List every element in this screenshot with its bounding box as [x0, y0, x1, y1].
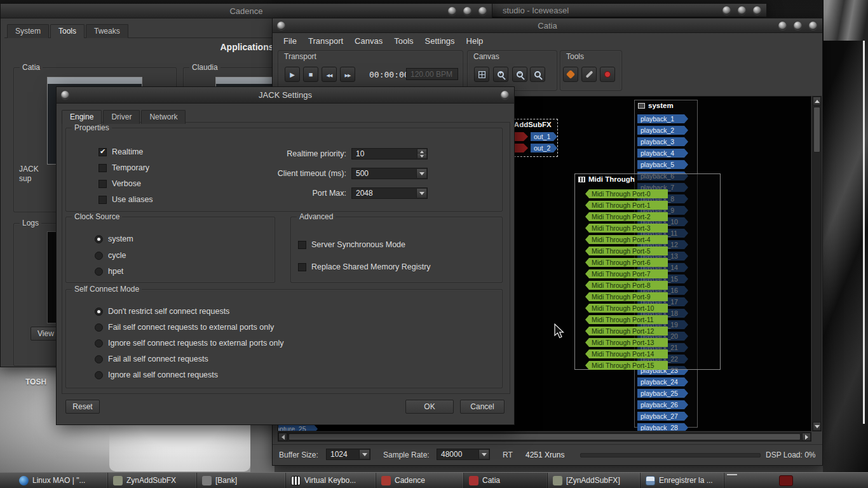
port-out[interactable]: out_1: [531, 132, 557, 141]
ok-button[interactable]: OK: [405, 400, 454, 414]
zoom-in-button[interactable]: [493, 67, 508, 82]
jack-settings-titlebar[interactable]: JACK Settings: [57, 87, 514, 104]
menu-file[interactable]: File: [278, 36, 302, 46]
port-midi-through[interactable]: Midi Through Port-10: [585, 304, 668, 313]
tab-tweaks[interactable]: Tweaks: [86, 24, 128, 38]
tab-engine[interactable]: Engine: [62, 110, 102, 124]
port-midi-through[interactable]: Midi Through Port-2: [585, 212, 668, 221]
self-connect-option-4[interactable]: Ignore all self connect requests: [95, 370, 218, 380]
menu-canvas[interactable]: Canvas: [349, 36, 388, 46]
scroll-left-button[interactable]: [278, 433, 287, 441]
zoom-out-button[interactable]: [512, 67, 527, 82]
port-midi-through[interactable]: Midi Through Port-6: [585, 258, 668, 267]
port-midi-through[interactable]: Midi Through Port-11: [585, 315, 668, 324]
port-midi-through[interactable]: Midi Through Port-8: [585, 281, 668, 290]
minimize-button[interactable]: [722, 6, 731, 15]
radio-circle[interactable]: [95, 339, 103, 348]
self-connect-option-0[interactable]: Don't restrict self connect requests: [95, 306, 229, 316]
port-midi-through[interactable]: Midi Through Port-4: [585, 235, 668, 244]
transport-stop-button[interactable]: [303, 67, 318, 82]
scroll-right-button[interactable]: [802, 433, 811, 441]
checkbox-box[interactable]: [98, 148, 107, 156]
radio-circle[interactable]: [95, 323, 103, 332]
spin-up-button[interactable]: [417, 149, 426, 154]
menu-transport[interactable]: Transport: [302, 36, 349, 46]
port-playback[interactable]: playback_3: [637, 137, 688, 146]
menu-help[interactable]: Help: [461, 36, 489, 46]
port-playback[interactable]: playback_5: [637, 160, 688, 169]
transport-backward-button[interactable]: [322, 67, 337, 82]
taskbar-item-iceweasel[interactable]: Linux MAO | "...: [14, 473, 108, 488]
tab-driver[interactable]: Driver: [103, 110, 140, 124]
combo-arrow-button[interactable]: [359, 450, 369, 459]
combo-arrow-button[interactable]: [478, 450, 489, 459]
combo-arrow-button[interactable]: [416, 189, 426, 198]
catia-titlebar[interactable]: Catia: [273, 18, 822, 33]
menu-tools[interactable]: Tools: [388, 36, 419, 46]
taskbar-item-bank[interactable]: [Bank]: [197, 473, 286, 488]
clock-hpet-radio[interactable]: hpet: [95, 266, 123, 276]
self-connect-option-3[interactable]: Fail all self connect requests: [95, 354, 208, 364]
realtime-priority-spinbox[interactable]: 10: [351, 148, 428, 159]
minimize-button[interactable]: [778, 22, 787, 30]
jack-settings-dialog[interactable]: JACK Settings Engine Driver Network Prop…: [56, 86, 515, 425]
midi-through-node[interactable]: Midi Through Midi Through Port-0 Midi Th…: [574, 173, 721, 370]
settings-tool-button[interactable]: [581, 67, 597, 82]
record-button[interactable]: [600, 67, 615, 82]
combo-arrow-button[interactable]: [416, 169, 426, 178]
radio-circle[interactable]: [95, 252, 103, 260]
tab-system[interactable]: System: [7, 24, 49, 38]
close-button[interactable]: [753, 6, 761, 15]
window-menu-button[interactable]: [277, 22, 285, 30]
port-midi-through[interactable]: Midi Through Port-9: [585, 292, 668, 301]
spin-down-button[interactable]: [417, 154, 426, 158]
taskbar-item-catia[interactable]: Catia: [464, 473, 548, 488]
maximize-button[interactable]: [463, 7, 471, 15]
cancel-button[interactable]: Cancel: [460, 400, 505, 414]
port-midi-through[interactable]: Midi Through Port-15: [585, 361, 668, 370]
port-midi-through[interactable]: Midi Through Port-13: [585, 338, 668, 347]
port-playback[interactable]: playback_25: [637, 389, 688, 398]
port-midi-through[interactable]: Midi Through Port-14: [585, 349, 668, 358]
taskbar-item-zynaddsubfx-2[interactable]: [ZynAddSubFX]: [548, 473, 641, 488]
maximize-button[interactable]: [794, 22, 802, 30]
checkbox-box[interactable]: [298, 241, 306, 249]
port-midi-through[interactable]: Midi Through Port-1: [585, 201, 668, 210]
checkbox-box[interactable]: [98, 180, 107, 188]
checkbox-box[interactable]: [98, 196, 107, 204]
taskbar-item-cadence[interactable]: Cadence: [376, 473, 464, 488]
maximize-button[interactable]: [738, 6, 746, 15]
port-playback[interactable]: playback_24: [637, 377, 688, 386]
radio-circle[interactable]: [95, 268, 103, 276]
tab-tools[interactable]: Tools: [50, 24, 85, 38]
port-out[interactable]: out_2: [531, 144, 557, 152]
minimize-button[interactable]: [448, 7, 456, 15]
checkbox-box[interactable]: [298, 263, 306, 271]
radio-circle[interactable]: [95, 308, 103, 316]
vertical-scroll-thumb[interactable]: [813, 107, 820, 152]
port-playback[interactable]: playback_28: [637, 423, 688, 431]
client-timeout-combobox[interactable]: 500: [351, 168, 428, 179]
scroll-down-button[interactable]: [813, 422, 821, 431]
checkbox-box[interactable]: [98, 164, 107, 172]
radio-circle[interactable]: [95, 235, 103, 243]
menu-settings[interactable]: Settings: [419, 36, 461, 46]
temporary-checkbox[interactable]: Temporary: [98, 163, 149, 173]
port-midi-through[interactable]: Midi Through Port-0: [585, 189, 668, 198]
port-midi-through[interactable]: Midi Through Port-3: [585, 224, 668, 233]
buffer-size-combobox[interactable]: 1024: [326, 449, 370, 460]
transport-forward-button[interactable]: [340, 67, 355, 82]
self-connect-option-2[interactable]: Ignore self connect requests to external…: [95, 338, 284, 348]
canvas-vertical-scrollbar[interactable]: [812, 96, 822, 431]
sample-rate-combobox[interactable]: 48000: [437, 449, 490, 460]
taskbar-item-virtual-keyboard[interactable]: Virtual Keybo...: [286, 473, 376, 488]
server-sync-checkbox[interactable]: Server Synchronous Mode: [298, 240, 405, 250]
use-aliases-checkbox[interactable]: Use aliases: [98, 194, 153, 205]
scroll-up-button[interactable]: [813, 97, 821, 105]
canvas-horizontal-scrollbar[interactable]: [278, 432, 811, 442]
self-connect-option-1[interactable]: Fail self connect requests to external p…: [95, 322, 274, 332]
port-playback[interactable]: playback_26: [637, 400, 688, 409]
close-button[interactable]: [809, 22, 817, 30]
tab-network[interactable]: Network: [141, 110, 186, 124]
port-midi-through[interactable]: Midi Through Port-7: [585, 269, 668, 278]
